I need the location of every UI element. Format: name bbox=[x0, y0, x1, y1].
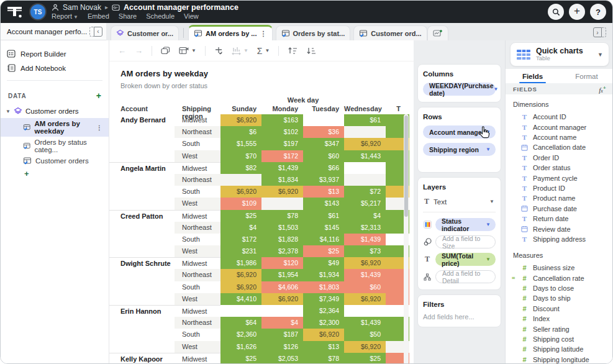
value-cell[interactable]: $1,626 bbox=[220, 341, 261, 353]
tree-item-am-orders-by-weekday[interactable]: AM orders by weekday⋮ bbox=[1, 118, 109, 137]
field-item-shipping-longitude[interactable]: #Shipping longitude bbox=[506, 355, 613, 364]
chevron-down-icon[interactable]: ▼ bbox=[493, 86, 498, 92]
table-options-button[interactable]: ▼ bbox=[179, 47, 196, 55]
value-cell[interactable]: $7,349 bbox=[303, 293, 344, 305]
value-cell[interactable]: $1,834 bbox=[261, 174, 303, 186]
value-cell[interactable]: $347 bbox=[303, 138, 344, 150]
value-cell[interactable]: $6,920 bbox=[220, 186, 261, 198]
tab-customer-ord[interactable]: Customer ord... bbox=[353, 25, 427, 40]
value-cell[interactable]: $231 bbox=[220, 245, 261, 257]
field-item-cancellation-date[interactable]: Cancellation date bbox=[506, 142, 613, 152]
field-pill-shipping-region[interactable]: Shipping region▼ bbox=[423, 143, 496, 156]
help-button[interactable]: ? bbox=[590, 4, 606, 20]
field-item-shipping-latitude[interactable]: #Shipping latitude bbox=[506, 344, 613, 354]
duplicate-button[interactable] bbox=[161, 47, 170, 55]
field-item-product-name[interactable]: TProduct name bbox=[506, 193, 613, 203]
field-item-account-name[interactable]: TAccount name bbox=[506, 132, 613, 142]
value-cell[interactable]: $6,920 bbox=[344, 138, 386, 150]
value-cell[interactable]: $6,920 bbox=[220, 269, 261, 281]
menu-item-schedule[interactable]: Schedule bbox=[146, 13, 175, 20]
value-cell[interactable]: $82 bbox=[220, 162, 261, 174]
column-header-sunday[interactable]: Sunday bbox=[220, 105, 261, 114]
field-item-discount[interactable]: #Discount bbox=[506, 304, 613, 314]
value-cell[interactable]: $1,439 bbox=[261, 162, 303, 174]
tree-item-customer-orders[interactable]: Customer orders bbox=[1, 155, 109, 166]
value-cell[interactable]: $4 bbox=[220, 222, 261, 234]
field-item-order-status[interactable]: TOrder status bbox=[506, 163, 613, 173]
value-cell[interactable]: $60 bbox=[344, 281, 386, 293]
value-cell[interactable]: $145 bbox=[303, 222, 344, 234]
field-item-product-id[interactable]: TProduct ID bbox=[506, 183, 613, 193]
column-header-wednesday[interactable]: Wednesday bbox=[344, 105, 386, 114]
value-cell[interactable]: $187 bbox=[261, 329, 303, 340]
sort-ascending-button[interactable] bbox=[288, 47, 297, 55]
value-cell[interactable]: $172 bbox=[261, 150, 303, 162]
vertical-scrollbar[interactable] bbox=[404, 114, 409, 364]
search-button[interactable] bbox=[548, 4, 564, 20]
value-cell[interactable] bbox=[344, 305, 386, 317]
value-cell[interactable]: $4 bbox=[344, 210, 386, 222]
value-cell[interactable]: $64 bbox=[220, 317, 261, 329]
value-cell[interactable]: $6,920 bbox=[344, 341, 386, 353]
add-answer-button[interactable]: + bbox=[1, 166, 109, 178]
add-button[interactable]: + bbox=[569, 4, 585, 20]
value-cell[interactable]: $1,439 bbox=[344, 269, 386, 281]
item-menu-icon[interactable]: ⋮ bbox=[96, 124, 102, 131]
value-cell[interactable]: $25 bbox=[220, 353, 261, 364]
value-cell[interactable] bbox=[303, 114, 344, 126]
value-cell[interactable]: $3,937 bbox=[303, 174, 344, 186]
value-cell[interactable]: $4,606 bbox=[261, 281, 303, 293]
field-pill-status-indicator[interactable]: Status indicator▼ bbox=[435, 218, 496, 231]
field-item-days-to-close[interactable]: #Days to close bbox=[506, 283, 613, 293]
value-cell[interactable]: $4,116 bbox=[303, 234, 344, 245]
filters-placeholder[interactable]: Add fields here... bbox=[423, 313, 496, 321]
tree-item-orders-by-status-categ[interactable]: Orders by status categ... bbox=[1, 137, 109, 155]
value-cell[interactable]: $70 bbox=[220, 150, 261, 162]
value-cell[interactable]: $78 bbox=[261, 210, 303, 222]
chevron-down-icon[interactable]: ▼ bbox=[486, 222, 491, 227]
value-cell[interactable]: $1,934 bbox=[303, 269, 344, 281]
value-cell[interactable]: $2,360 bbox=[220, 329, 261, 340]
value-cell[interactable]: $1,439 bbox=[344, 317, 386, 329]
aggregate-button[interactable]: Σ▼ bbox=[257, 46, 270, 56]
value-cell[interactable]: $2,300 bbox=[303, 317, 344, 329]
app-logo-icon[interactable] bbox=[6, 4, 24, 19]
value-cell[interactable]: $6 bbox=[220, 126, 261, 138]
value-cell[interactable]: $5,217 bbox=[344, 198, 386, 209]
tab-format[interactable]: Format bbox=[560, 69, 613, 83]
add-formula-button[interactable]: fx+ bbox=[599, 84, 606, 94]
value-cell[interactable]: $2,313 bbox=[344, 222, 386, 234]
chevron-down-icon[interactable]: ▼ bbox=[486, 257, 491, 262]
tab-menu-icon[interactable]: ⋮ bbox=[260, 30, 267, 38]
value-cell[interactable]: $66 bbox=[303, 162, 344, 174]
value-cell[interactable]: $143 bbox=[303, 198, 344, 209]
value-cell[interactable]: $197 bbox=[261, 138, 303, 150]
field-item-return-date[interactable]: TReturn date bbox=[506, 214, 613, 224]
value-cell[interactable]: $6,920 bbox=[303, 329, 344, 340]
field-pill-account-manager[interactable]: Account manager▼ bbox=[423, 125, 496, 139]
chevron-down-icon[interactable]: ▼ bbox=[486, 147, 491, 152]
value-cell[interactable]: $25 bbox=[220, 210, 261, 222]
scrollbar-thumb[interactable] bbox=[404, 116, 408, 217]
value-cell[interactable]: $6,920 bbox=[261, 186, 303, 198]
field-item-cancellation-rate[interactable]: =#Cancellation rate bbox=[506, 273, 613, 283]
field-item-payment-cycle[interactable]: TPayment cycle bbox=[506, 173, 613, 183]
value-cell[interactable]: $102 bbox=[261, 126, 303, 138]
value-cell[interactable]: $1,503 bbox=[261, 222, 303, 234]
value-cell[interactable]: $2,364 bbox=[303, 305, 344, 317]
value-cell[interactable]: $25 bbox=[303, 245, 344, 257]
value-cell[interactable]: $60 bbox=[303, 150, 344, 162]
collapse-sidebar-button[interactable]: ‹ bbox=[89, 27, 102, 37]
value-cell[interactable]: $1,803 bbox=[303, 281, 344, 293]
value-cell[interactable] bbox=[261, 198, 303, 209]
value-cell[interactable]: $6,920 bbox=[344, 257, 386, 269]
column-header-account-manager[interactable]: Account manager bbox=[109, 105, 175, 114]
value-cell[interactable]: $61 bbox=[344, 114, 386, 126]
value-cell[interactable]: $36 bbox=[303, 126, 344, 138]
field-item-shipping-address[interactable]: TShipping address bbox=[506, 234, 613, 244]
value-cell[interactable]: $2,378 bbox=[261, 245, 303, 257]
value-cell[interactable]: $4,410 bbox=[220, 293, 261, 305]
column-header-t[interactable]: T bbox=[386, 105, 409, 114]
tab-am-orders-by[interactable]: AM orders by ...⋮ bbox=[188, 25, 273, 40]
user-name[interactable]: Sam Novak bbox=[63, 4, 101, 11]
